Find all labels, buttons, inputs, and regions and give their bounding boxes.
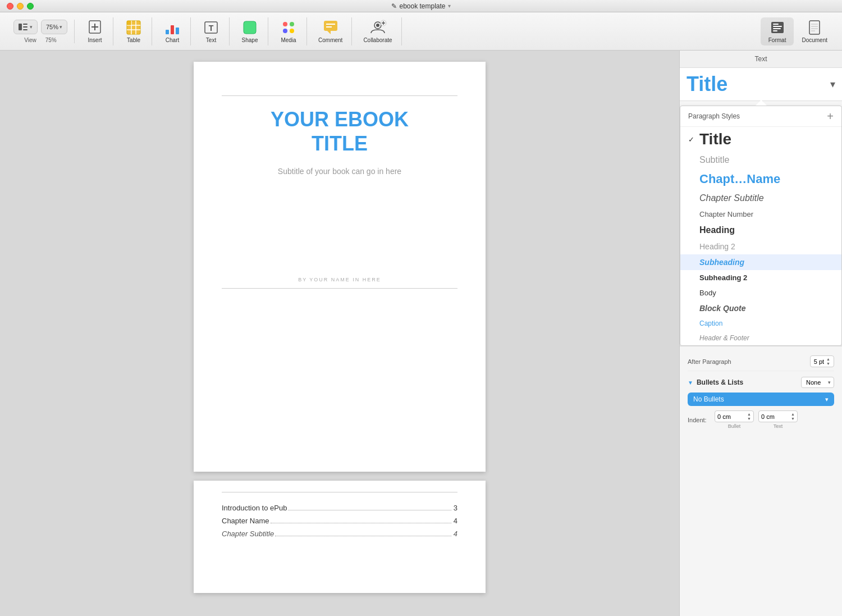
style-item-chapter-number[interactable]: Chapter Number xyxy=(680,207,841,222)
svg-point-23 xyxy=(287,26,290,29)
style-item-body[interactable]: Body xyxy=(680,285,841,300)
table-label: Table xyxy=(127,37,140,43)
toc-item-1[interactable]: Introduction to ePub 3 xyxy=(222,501,457,514)
insert-button[interactable]: Insert xyxy=(81,17,108,45)
book-author[interactable]: BY YOUR NAME IN HERE xyxy=(222,277,457,282)
toc-top-divider xyxy=(222,492,457,492)
svg-rect-24 xyxy=(324,21,337,31)
style-item-block-quote[interactable]: Block Quote xyxy=(680,300,841,316)
stepper-down-icon[interactable]: ▼ xyxy=(826,362,830,366)
text-indent-value: 0 cm xyxy=(761,413,775,420)
bullet-stepper-down-icon[interactable]: ▼ xyxy=(747,417,751,421)
text-label: Text xyxy=(206,37,216,43)
table-button[interactable]: Table xyxy=(120,17,147,45)
svg-rect-12 xyxy=(127,21,131,25)
comment-button[interactable]: Comment xyxy=(314,17,347,45)
chart-label: Chart xyxy=(166,37,179,43)
format-button[interactable]: Format xyxy=(761,17,794,45)
format-icon xyxy=(770,20,785,35)
toc-item-2[interactable]: Chapter Name 4 xyxy=(222,514,457,527)
style-item-chapter-subtitle[interactable]: Chapter Subtitle xyxy=(680,190,841,207)
style-item-subheading2[interactable]: Subheading 2 xyxy=(680,270,841,285)
shape-button[interactable]: Shape xyxy=(236,17,263,45)
view-button[interactable]: ▾ xyxy=(13,20,38,34)
text-icon: T xyxy=(204,20,218,35)
close-button[interactable] xyxy=(7,3,13,10)
zoom-button[interactable]: 75% ▾ xyxy=(41,20,67,34)
bullets-none-select[interactable]: None xyxy=(801,377,834,388)
style-item-heading2[interactable]: Heading 2 xyxy=(680,239,841,254)
collaborate-icon-area xyxy=(369,20,387,35)
text-button[interactable]: T Text xyxy=(198,17,225,45)
collaborate-icon xyxy=(369,20,387,35)
style-selector[interactable]: Title ▾ xyxy=(680,68,842,101)
text-icon-area: T xyxy=(204,20,218,35)
book-title[interactable]: YOUR EBOOK TITLE xyxy=(222,107,457,156)
svg-point-29 xyxy=(376,24,379,27)
no-bullets-button[interactable]: No Bullets ▾ xyxy=(688,393,834,406)
style-chevron-icon[interactable]: ▾ xyxy=(830,78,835,90)
style-item-subtitle[interactable]: Subtitle xyxy=(680,152,841,168)
style-item-subheading[interactable]: Subheading xyxy=(680,254,841,270)
bullet-indent-input[interactable]: 0 cm ▲ ▼ xyxy=(715,410,754,422)
minimize-button[interactable] xyxy=(17,3,24,10)
svg-point-20 xyxy=(290,22,294,26)
chart-button[interactable]: Chart xyxy=(159,17,186,45)
maximize-button[interactable] xyxy=(27,3,34,10)
svg-rect-37 xyxy=(773,30,777,31)
table-icon xyxy=(126,20,141,35)
shape-group: Shape xyxy=(232,17,268,45)
zoom-label: 75% xyxy=(45,37,57,43)
shape-label: Shape xyxy=(242,37,258,43)
stepper-up-icon[interactable]: ▲ xyxy=(826,357,830,361)
window-title: ✎ ebook template ▾ xyxy=(391,2,450,10)
no-bullets-label: No Bullets xyxy=(693,395,724,403)
text-stepper-down-icon[interactable]: ▼ xyxy=(791,417,795,421)
table-icon-area xyxy=(126,20,141,35)
view-label: View xyxy=(24,37,36,43)
bullets-collapse-icon[interactable]: ▼ xyxy=(688,380,693,386)
style-item-caption[interactable]: Caption xyxy=(680,316,841,331)
toolbar: ▾ 75% ▾ View 75% Insert xyxy=(0,12,842,51)
document-canvas[interactable]: YOUR EBOOK TITLE Subtitle of your book c… xyxy=(0,51,679,616)
text-indent-input[interactable]: 0 cm ▲ ▼ xyxy=(758,410,798,422)
style-item-heading[interactable]: Heading xyxy=(680,222,841,239)
after-paragraph-input[interactable]: 5 pt ▲ ▼ xyxy=(810,355,834,367)
text-stepper[interactable]: ▲ ▼ xyxy=(791,412,795,421)
styles-list: ✓ Title Subtitle Chapt…Name Chapter Subt… xyxy=(680,127,841,345)
media-button[interactable]: Media xyxy=(275,17,302,45)
zoom-value: 75% xyxy=(46,24,58,30)
after-paragraph-value: 5 pt xyxy=(814,358,824,365)
bullet-stepper[interactable]: ▲ ▼ xyxy=(747,412,751,421)
style-item-chapter-name[interactable]: Chapt…Name xyxy=(680,168,841,190)
comment-group: Comment xyxy=(309,17,352,45)
indent-label: Indent: xyxy=(688,417,710,423)
chart-icon xyxy=(164,20,180,35)
toc-item-3[interactable]: Chapter Subtitle 4 xyxy=(222,527,457,540)
svg-point-22 xyxy=(290,29,294,33)
format-icon-area xyxy=(770,20,785,35)
book-subtitle[interactable]: Subtitle of your book can go in here xyxy=(222,167,457,176)
comment-label: Comment xyxy=(318,37,342,43)
text-stepper-up-icon[interactable]: ▲ xyxy=(791,412,795,416)
document-button[interactable]: Document xyxy=(794,17,835,45)
add-style-button[interactable]: + xyxy=(827,111,834,122)
zoom-chevron: ▾ xyxy=(60,24,62,30)
text-group: T Text xyxy=(193,17,230,45)
after-paragraph-stepper[interactable]: ▲ ▼ xyxy=(826,357,830,366)
insert-icon-area xyxy=(88,20,102,35)
style-item-header-footer[interactable]: Header & Footer xyxy=(680,331,841,345)
right-panel: Text Title ▾ Paragraph Styles + ✓ Title xyxy=(679,51,842,616)
media-label: Media xyxy=(281,37,296,43)
svg-point-21 xyxy=(283,29,287,33)
bullets-none-dropdown[interactable]: None ▾ xyxy=(801,377,834,388)
view-zoom-group: ▾ 75% ▾ View 75% xyxy=(7,20,75,43)
svg-rect-1 xyxy=(23,24,28,25)
collaborate-button[interactable]: Collaborate xyxy=(359,17,396,45)
current-style-label: Title xyxy=(687,72,727,96)
style-item-title[interactable]: ✓ Title xyxy=(680,127,841,152)
bullet-stepper-up-icon[interactable]: ▲ xyxy=(747,412,751,416)
media-group: Media xyxy=(271,17,307,45)
document-icon-area xyxy=(808,20,821,35)
svg-rect-0 xyxy=(19,24,22,30)
